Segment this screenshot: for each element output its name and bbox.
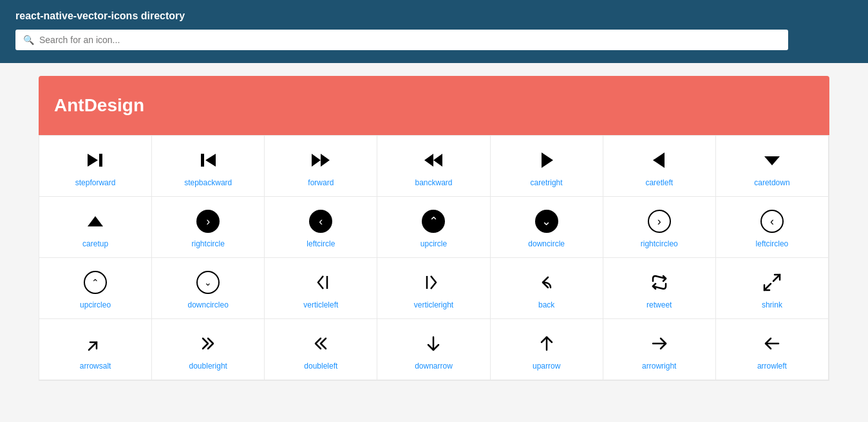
caretleft-symbol	[649, 149, 670, 172]
svg-marker-9	[653, 152, 665, 168]
svg-marker-2	[205, 154, 216, 167]
icon-back[interactable]: back	[491, 258, 603, 319]
doubleright-symbol	[198, 332, 218, 355]
icon-label: uparrow	[533, 362, 560, 371]
icon-label: banckward	[415, 178, 452, 187]
icon-label: verticleright	[414, 300, 453, 309]
search-input[interactable]	[39, 35, 780, 45]
icon-label: stepbackward	[184, 178, 232, 187]
rightcircle-symbol: ›	[196, 210, 220, 233]
svg-line-16	[89, 342, 97, 350]
doubleleft-symbol	[310, 332, 331, 355]
icon-doubleleft[interactable]: doubleleft	[265, 319, 377, 380]
icon-label: retweet	[646, 300, 672, 309]
icon-caretup[interactable]: caretup	[39, 197, 152, 258]
icon-label: forward	[308, 178, 334, 187]
leftcircleo-symbol: ‹	[760, 210, 784, 233]
svg-marker-7	[424, 154, 433, 167]
icon-downcircle[interactable]: ⌄ downcircle	[491, 197, 603, 258]
caretdown-symbol	[762, 149, 782, 172]
icon-label: doubleleft	[304, 362, 337, 371]
icon-caretright[interactable]: caretright	[491, 136, 603, 197]
svg-line-15	[764, 284, 771, 290]
icon-label: caretright	[531, 178, 563, 187]
icon-label: leftcircle	[307, 239, 335, 248]
icon-label: doubleright	[189, 362, 227, 371]
icon-verticleleft[interactable]: verticleleft	[265, 258, 377, 319]
forward-symbol	[310, 149, 331, 172]
icon-label: caretleft	[645, 178, 673, 187]
arrowleft-symbol	[762, 332, 782, 355]
icon-label: caretdown	[754, 178, 789, 187]
banckward-symbol	[423, 149, 444, 172]
icon-caretleft[interactable]: caretleft	[603, 136, 716, 197]
section-title: AntDesign	[54, 95, 144, 115]
icon-stepforward[interactable]: stepforward	[39, 136, 152, 197]
downcircleo-symbol: ⌄	[196, 271, 220, 294]
icon-label: downarrow	[415, 362, 453, 371]
icon-upcircleo[interactable]: ⌃ upcircleo	[39, 258, 152, 319]
retweet-symbol	[649, 271, 670, 294]
app-title: react-native-vector-icons directory	[15, 10, 853, 22]
icon-stepbackward[interactable]: stepbackward	[152, 136, 265, 197]
svg-rect-3	[201, 154, 204, 167]
icon-upcircle[interactable]: ⌃ upcircle	[377, 197, 490, 258]
icons-grid: stepforward stepbackward forward banckwa…	[39, 135, 829, 381]
icon-doubleright[interactable]: doubleright	[152, 319, 265, 380]
icon-label: upcircle	[420, 239, 447, 248]
stepbackward-symbol	[198, 149, 218, 172]
icon-retweet[interactable]: retweet	[603, 258, 716, 319]
search-bar: 🔍	[15, 30, 788, 50]
svg-marker-11	[88, 216, 103, 226]
uparrow-symbol	[536, 332, 557, 355]
upcircleo-symbol: ⌃	[84, 271, 107, 294]
arrowright-symbol	[649, 332, 670, 355]
rightcircleo-symbol: ›	[648, 210, 671, 233]
svg-marker-4	[312, 154, 321, 167]
icon-downcircleo[interactable]: ⌄ downcircleo	[152, 258, 265, 319]
icon-label: arrowsalt	[80, 362, 111, 371]
svg-marker-0	[88, 154, 98, 167]
icon-arrowright[interactable]: arrowright	[603, 319, 716, 380]
svg-rect-1	[99, 154, 102, 167]
search-icon: 🔍	[23, 35, 34, 45]
back-symbol	[536, 271, 557, 294]
icon-label: downcircleo	[188, 300, 229, 309]
icon-uparrow[interactable]: uparrow	[491, 319, 603, 380]
icon-leftcircleo[interactable]: ‹ leftcircleo	[716, 197, 829, 258]
icon-leftcircle[interactable]: ‹ leftcircle	[265, 197, 377, 258]
icon-arrowleft[interactable]: arrowleft	[716, 319, 829, 380]
downarrow-symbol	[423, 332, 444, 355]
svg-marker-6	[433, 154, 442, 167]
icon-label: leftcircleo	[756, 239, 789, 248]
icon-forward[interactable]: forward	[265, 136, 377, 197]
icon-label: back	[538, 300, 554, 309]
caretup-symbol	[85, 210, 106, 233]
icon-caretdown[interactable]: caretdown	[716, 136, 829, 197]
header: react-native-vector-icons directory 🔍	[0, 0, 868, 63]
shrink-symbol	[762, 271, 782, 294]
icon-rightcircleo[interactable]: › rightcircleo	[603, 197, 716, 258]
icon-downarrow[interactable]: downarrow	[377, 319, 490, 380]
icon-label: downcircle	[528, 239, 565, 248]
icon-rightcircle[interactable]: › rightcircle	[152, 197, 265, 258]
caretright-symbol	[536, 149, 557, 172]
icon-label: shrink	[762, 300, 782, 309]
downcircle-symbol: ⌄	[535, 210, 558, 233]
verticleleft-symbol	[310, 271, 331, 294]
icon-label: rightcircle	[192, 239, 225, 248]
verticleright-symbol	[423, 271, 444, 294]
icon-label: rightcircleo	[641, 239, 678, 248]
svg-line-14	[773, 275, 780, 281]
arrowsalt-symbol	[85, 332, 106, 355]
icon-arrowsalt[interactable]: arrowsalt	[39, 319, 152, 380]
svg-marker-5	[321, 154, 330, 167]
icon-label: stepforward	[75, 178, 116, 187]
leftcircle-symbol: ‹	[309, 210, 332, 233]
icon-verticleright[interactable]: verticleright	[377, 258, 490, 319]
icon-label: caretup	[82, 239, 108, 248]
section-header: AntDesign	[39, 76, 829, 135]
icon-label: verticleleft	[303, 300, 338, 309]
icon-shrink[interactable]: shrink	[716, 258, 829, 319]
icon-banckward[interactable]: banckward	[377, 136, 490, 197]
